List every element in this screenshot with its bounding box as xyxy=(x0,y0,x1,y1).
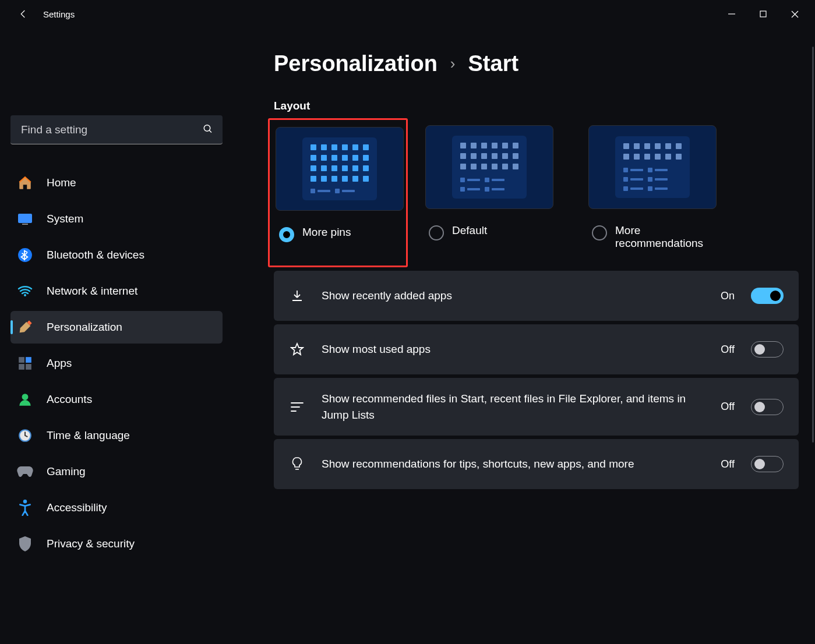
sidebar-item-privacy[interactable]: Privacy & security xyxy=(10,528,223,560)
sidebar-item-bluetooth[interactable]: Bluetooth & devices xyxy=(10,239,223,271)
close-button[interactable] xyxy=(779,2,810,26)
sidebar-item-system[interactable]: System xyxy=(10,203,223,235)
sidebar-item-accounts[interactable]: Accounts xyxy=(10,383,223,416)
svg-point-4 xyxy=(204,125,210,132)
svg-rect-13 xyxy=(26,364,31,370)
sidebar-item-label: Accounts xyxy=(47,393,92,406)
sidebar-item-label: Apps xyxy=(47,357,72,370)
svg-point-9 xyxy=(24,294,26,296)
download-icon xyxy=(289,289,305,303)
back-button[interactable] xyxy=(14,5,33,23)
svg-rect-10 xyxy=(19,357,24,363)
scrollbar[interactable] xyxy=(812,47,814,443)
radio-more-pins[interactable] xyxy=(279,227,294,242)
star-icon xyxy=(289,342,305,356)
svg-point-14 xyxy=(22,394,29,400)
sidebar-item-label: Bluetooth & devices xyxy=(47,249,144,261)
svg-rect-11 xyxy=(26,357,31,363)
setting-state: Off xyxy=(721,458,735,470)
svg-rect-6 xyxy=(18,214,32,223)
sidebar-item-label: System xyxy=(47,213,83,225)
sidebar-item-personalization[interactable]: Personalization xyxy=(10,311,223,344)
sidebar-item-accessibility[interactable]: Accessibility xyxy=(10,491,223,524)
breadcrumb-parent[interactable]: Personalization xyxy=(274,51,438,76)
maximize-button[interactable] xyxy=(747,2,779,26)
account-icon xyxy=(16,391,34,408)
breadcrumb: Personalization › Start xyxy=(274,51,799,76)
clock-icon xyxy=(16,427,34,444)
wifi-icon xyxy=(16,282,34,300)
sidebar-item-label: Home xyxy=(47,176,76,189)
layout-option-label: More pins xyxy=(302,226,351,239)
layout-option-more-pins[interactable]: More pins xyxy=(268,118,408,267)
sidebar-item-time-language[interactable]: Time & language xyxy=(10,419,223,452)
layout-preview-more-pins xyxy=(276,127,404,211)
layout-option-more-recommendations[interactable]: More recommendations xyxy=(588,125,728,250)
setting-most-used: Show most used apps Off xyxy=(274,324,799,374)
svg-line-5 xyxy=(209,130,211,133)
list-icon xyxy=(289,401,305,413)
toggle-recommendations-tips[interactable] xyxy=(751,456,784,472)
svg-rect-12 xyxy=(19,364,24,370)
svg-rect-1 xyxy=(760,11,766,17)
setting-recommended-files: Show recommended files in Start, recent … xyxy=(274,378,799,436)
app-title: Settings xyxy=(43,9,75,19)
sidebar-item-gaming[interactable]: Gaming xyxy=(10,455,223,488)
gaming-icon xyxy=(16,463,34,480)
setting-state: Off xyxy=(721,344,735,356)
setting-label: Show recommended files in Start, recent … xyxy=(322,391,704,423)
accessibility-icon xyxy=(16,499,34,516)
radio-more-recommendations[interactable] xyxy=(592,225,607,240)
sidebar-item-apps[interactable]: Apps xyxy=(10,347,223,380)
toggle-recommended-files[interactable] xyxy=(751,399,784,415)
layout-preview-more-recommendations xyxy=(588,125,717,209)
setting-label: Show most used apps xyxy=(322,341,704,358)
toggle-most-used[interactable] xyxy=(751,341,784,358)
home-icon xyxy=(16,174,34,192)
minimize-button[interactable] xyxy=(716,2,747,26)
sidebar-item-label: Time & language xyxy=(47,429,130,442)
shield-icon xyxy=(16,535,34,553)
setting-label: Show recently added apps xyxy=(322,288,704,304)
chevron-right-icon: › xyxy=(450,55,456,73)
breadcrumb-current: Start xyxy=(468,51,519,76)
setting-recommendations-tips: Show recommendations for tips, shortcuts… xyxy=(274,439,799,489)
sidebar-item-label: Privacy & security xyxy=(47,537,135,550)
svg-rect-7 xyxy=(22,224,28,225)
layout-preview-default xyxy=(425,125,553,209)
setting-state: On xyxy=(721,290,735,302)
sidebar-item-network[interactable]: Network & internet xyxy=(10,275,223,307)
search-icon xyxy=(203,124,213,136)
paintbrush-icon xyxy=(16,319,34,336)
search-input[interactable] xyxy=(10,115,223,144)
layout-option-label: Default xyxy=(452,224,487,237)
apps-icon xyxy=(16,355,34,372)
layout-heading: Layout xyxy=(274,100,799,112)
sidebar-item-label: Network & internet xyxy=(47,285,137,298)
setting-state: Off xyxy=(721,401,735,413)
setting-label: Show recommendations for tips, shortcuts… xyxy=(322,456,704,472)
sidebar-item-label: Gaming xyxy=(47,465,86,478)
setting-recently-added: Show recently added apps On xyxy=(274,271,799,321)
sidebar-item-label: Accessibility xyxy=(47,501,107,514)
layout-option-default[interactable]: Default xyxy=(425,125,565,250)
system-icon xyxy=(16,210,34,228)
lightbulb-icon xyxy=(289,457,305,472)
toggle-recently-added[interactable] xyxy=(751,288,784,304)
svg-point-17 xyxy=(23,500,27,503)
bluetooth-icon xyxy=(16,246,34,264)
radio-default[interactable] xyxy=(429,225,444,240)
search-container xyxy=(10,115,223,144)
sidebar-item-home[interactable]: Home xyxy=(10,167,223,199)
layout-option-label: More recommendations xyxy=(615,224,708,250)
sidebar-item-label: Personalization xyxy=(47,321,122,334)
